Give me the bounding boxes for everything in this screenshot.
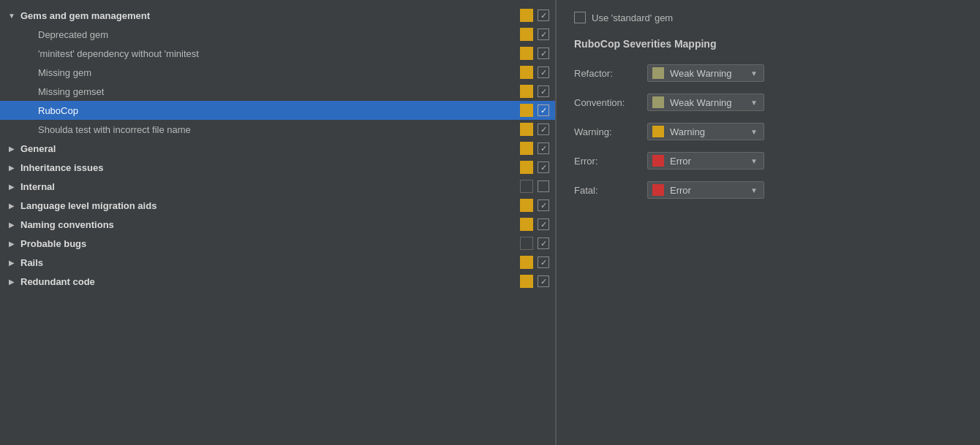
severity-label: Refactor: [574,68,647,79]
expand-arrow[interactable]: ▶ [6,256,18,268]
expand-arrow [23,104,35,116]
item-label: General [20,143,520,154]
color-swatch [520,199,533,212]
tree-item-rails[interactable]: ▶Rails [0,253,555,272]
tree-item-rubocop[interactable]: RuboCop [0,101,555,120]
color-swatch [520,275,533,288]
tree-item-inheritance[interactable]: ▶Inheritance issues [0,158,555,177]
item-label: Deprecated gem [38,29,520,40]
color-swatch [520,237,533,250]
color-swatch [520,104,533,117]
sev-color-swatch [652,96,664,108]
tree-item-internal[interactable]: ▶Internal [0,177,555,196]
tree-item-gems-root[interactable]: ▼Gems and gem management [0,6,555,25]
tree-item-probable-bugs[interactable]: ▶Probable bugs [0,234,555,253]
color-swatch [520,85,533,98]
severity-dropdown-fatal[interactable]: Error▼ [647,181,764,199]
expand-arrow[interactable]: ▶ [6,180,18,192]
item-label: 'minitest' dependency without 'minitest [38,48,520,59]
color-swatch [520,9,533,22]
expand-arrow[interactable]: ▶ [6,218,18,230]
expand-arrow [23,28,35,40]
use-standard-checkbox[interactable] [574,12,586,23]
chevron-down-icon: ▼ [750,69,758,77]
sev-value: Error [670,156,745,167]
expand-arrow [23,123,35,135]
chevron-down-icon: ▼ [750,186,758,194]
item-checkbox[interactable] [538,199,549,211]
sev-color-swatch [652,126,664,137]
sev-value: Warning [670,126,745,137]
severity-dropdown-refactor[interactable]: Weak Warning▼ [647,64,764,82]
expand-arrow [23,85,35,97]
expand-arrow[interactable]: ▶ [6,199,18,211]
tree-item-general[interactable]: ▶General [0,139,555,158]
tree-item-missing-gem[interactable]: Missing gem [0,63,555,82]
tree-item-redundant-code[interactable]: ▶Redundant code [0,272,555,291]
sev-color-swatch [652,184,664,196]
expand-arrow[interactable]: ▼ [6,9,18,21]
item-label: Shoulda test with incorrect file name [38,124,520,135]
item-checkbox[interactable] [538,180,549,192]
item-label: Missing gemset [38,86,520,97]
expand-arrow[interactable]: ▶ [6,237,18,249]
sev-value: Weak Warning [670,97,745,108]
severity-dropdown-warning[interactable]: Warning▼ [647,123,764,140]
severity-row-convention: Convention:Weak Warning▼ [574,94,962,111]
expand-arrow[interactable]: ▶ [6,275,18,287]
tree-item-shoulda-test[interactable]: Shoulda test with incorrect file name [0,120,555,139]
tree-item-minitest-dep[interactable]: 'minitest' dependency without 'minitest [0,44,555,63]
item-checkbox[interactable] [538,66,549,78]
severity-row-error: Error:Error▼ [574,152,962,170]
item-checkbox[interactable] [538,275,549,287]
sev-color-swatch [652,67,664,79]
tree-item-language-migration[interactable]: ▶Language level migration aids [0,196,555,215]
item-label: Rails [20,257,520,268]
tree-item-naming-conventions[interactable]: ▶Naming conventions [0,215,555,234]
item-checkbox[interactable] [538,28,549,40]
item-label: Redundant code [20,276,520,287]
item-checkbox[interactable] [538,85,549,97]
item-checkbox[interactable] [538,47,549,59]
item-label: Missing gem [38,67,520,78]
tree-item-missing-gemset[interactable]: Missing gemset [0,82,555,101]
color-swatch [520,161,533,174]
color-swatch [520,142,533,155]
item-label: Inheritance issues [20,162,520,173]
use-standard-row[interactable]: Use 'standard' gem [574,12,962,23]
section-title: RuboCop Severities Mapping [574,38,962,50]
severity-dropdown-convention[interactable]: Weak Warning▼ [647,94,764,111]
item-label: RuboCop [38,105,520,116]
item-label: Internal [20,181,520,192]
item-checkbox[interactable] [538,9,549,21]
item-checkbox[interactable] [538,123,549,135]
item-checkbox[interactable] [538,237,549,249]
item-checkbox[interactable] [538,161,549,173]
expand-arrow[interactable]: ▶ [6,161,18,173]
chevron-down-icon: ▼ [750,157,758,165]
chevron-down-icon: ▼ [750,99,758,107]
item-checkbox[interactable] [538,218,549,230]
chevron-down-icon: ▼ [750,128,758,136]
tree-panel: ▼Gems and gem managementDeprecated gem'm… [0,0,556,445]
sev-color-swatch [652,155,664,167]
item-checkbox[interactable] [538,104,549,116]
item-checkbox[interactable] [538,142,549,154]
item-label: Gems and gem management [20,10,520,21]
expand-arrow [23,66,35,78]
color-swatch [520,123,533,136]
expand-arrow[interactable]: ▶ [6,142,18,154]
severity-dropdown-error[interactable]: Error▼ [647,152,764,170]
color-swatch [520,47,533,60]
settings-panel: Use 'standard' gem RuboCop Severities Ma… [557,0,980,445]
severity-row-fatal: Fatal:Error▼ [574,181,962,199]
sev-value: Weak Warning [670,68,745,79]
tree-item-deprecated-gem[interactable]: Deprecated gem [0,25,555,44]
severity-row-refactor: Refactor:Weak Warning▼ [574,64,962,82]
severity-label: Error: [574,156,647,167]
item-checkbox[interactable] [538,256,549,268]
item-label: Naming conventions [20,219,520,230]
color-swatch [520,180,533,193]
severity-label: Warning: [574,126,647,137]
severity-row-warning: Warning:Warning▼ [574,123,962,140]
